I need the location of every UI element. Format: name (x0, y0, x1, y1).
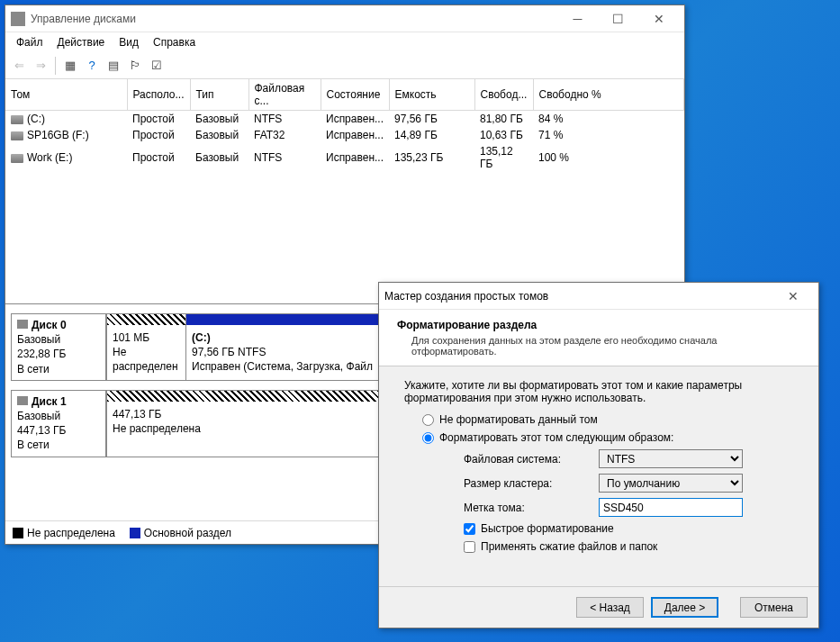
legend-primary-swatch (130, 528, 140, 538)
radio-no-format[interactable] (422, 414, 434, 426)
wizard-heading: Форматирование раздела (397, 319, 800, 331)
disk-icon (17, 320, 28, 329)
disk-icon (17, 396, 28, 405)
new-volume-wizard: Мастер создания простых томов ✕ Форматир… (378, 282, 819, 628)
app-icon (11, 12, 25, 26)
label-volume-label: Метка тома: (464, 502, 599, 514)
label-quick-format[interactable]: Быстрое форматирование (481, 522, 614, 535)
col-type[interactable]: Тип (190, 79, 248, 111)
checkbox-compression[interactable] (464, 541, 475, 553)
wizard-titlebar[interactable]: Мастер создания простых томов ✕ (379, 283, 818, 310)
col-fs[interactable]: Файловая с... (248, 79, 321, 111)
label-filesystem: Файловая система: (464, 453, 599, 466)
select-filesystem[interactable]: NTFS (599, 449, 743, 468)
volume-table: Том Располо... Тип Файловая с... Состоян… (5, 79, 684, 172)
wizard-header: Форматирование раздела Для сохранения да… (379, 310, 818, 366)
partition[interactable]: 101 МБНе распределен (106, 314, 185, 380)
wizard-title: Мастер создания простых томов (384, 290, 772, 303)
toolbar: ⇐ ⇒ ▦ ? ▤ 🏳 ☑ (5, 52, 684, 79)
radio-format[interactable] (422, 432, 434, 444)
wizard-body: Укажите, хотите ли вы форматировать этот… (379, 366, 818, 586)
col-volume[interactable]: Том (5, 79, 127, 111)
label-no-format[interactable]: Не форматировать данный том (439, 413, 598, 426)
table-row[interactable]: SP16GB (F:)ПростойБазовыйFAT32Исправен..… (5, 127, 684, 143)
volume-list[interactable]: Том Располо... Тип Файловая с... Состоян… (5, 79, 684, 304)
input-volume-label[interactable] (599, 498, 743, 517)
menubar: Файл Действие Вид Справка (5, 32, 684, 52)
panels-icon[interactable]: ▦ (60, 56, 80, 76)
menu-action[interactable]: Действие (50, 34, 113, 50)
wizard-intro: Укажите, хотите ли вы форматировать этот… (404, 379, 793, 404)
volume-icon (11, 131, 23, 140)
menu-view[interactable]: Вид (112, 34, 146, 50)
wizard-buttons: < Назад Далее > Отмена (379, 586, 818, 628)
list-icon[interactable]: ▤ (104, 56, 123, 76)
forward-icon[interactable]: ⇒ (31, 56, 50, 76)
wizard-subheading: Для сохранения данных на этом разделе ег… (397, 335, 800, 357)
table-row[interactable]: (C:)ПростойБазовыйNTFSИсправен...97,56 Г… (5, 111, 684, 128)
col-freepct[interactable]: Свободно % (533, 79, 683, 111)
minimize-button[interactable]: ─ (557, 6, 598, 32)
legend-unallocated-label: Не распределена (27, 527, 115, 539)
wizard-close-button[interactable]: ✕ (772, 284, 813, 309)
label-cluster: Размер кластера: (464, 477, 599, 490)
col-capacity[interactable]: Емкость (389, 79, 474, 111)
select-cluster[interactable]: По умолчанию (599, 474, 743, 493)
help-icon[interactable]: ? (82, 56, 102, 76)
table-row[interactable]: Work (E:)ПростойБазовыйNTFSИсправен...13… (5, 143, 684, 172)
back-button[interactable]: < Назад (576, 597, 644, 618)
menu-file[interactable]: Файл (9, 34, 50, 50)
legend-unallocated-swatch (13, 528, 23, 538)
col-status[interactable]: Состояние (321, 79, 389, 111)
close-button[interactable]: ✕ (638, 6, 679, 32)
cancel-button[interactable]: Отмена (740, 597, 808, 618)
label-compression[interactable]: Применять сжатие файлов и папок (481, 540, 657, 553)
window-title: Управление дисками (31, 13, 557, 25)
col-layout[interactable]: Располо... (127, 79, 190, 111)
col-free[interactable]: Свобод... (474, 79, 533, 111)
disk-label: Диск 1Базовый447,13 ГБВ сети (12, 391, 106, 457)
maximize-button[interactable]: ☐ (598, 6, 638, 32)
volume-icon (11, 115, 23, 124)
legend-primary-label: Основной раздел (144, 527, 231, 539)
disk-label: Диск 0Базовый232,88 ГБВ сети (12, 314, 106, 380)
flag-icon[interactable]: 🏳 (125, 56, 145, 76)
titlebar[interactable]: Управление дисками ─ ☐ ✕ (5, 5, 684, 32)
checkbox-quick-format[interactable] (464, 523, 475, 535)
label-format[interactable]: Форматировать этот том следующим образом… (439, 431, 673, 444)
next-button[interactable]: Далее > (651, 597, 718, 618)
volume-icon (11, 154, 23, 163)
back-icon[interactable]: ⇐ (9, 56, 29, 76)
props-icon[interactable]: ☑ (147, 56, 167, 76)
menu-help[interactable]: Справка (146, 34, 203, 50)
